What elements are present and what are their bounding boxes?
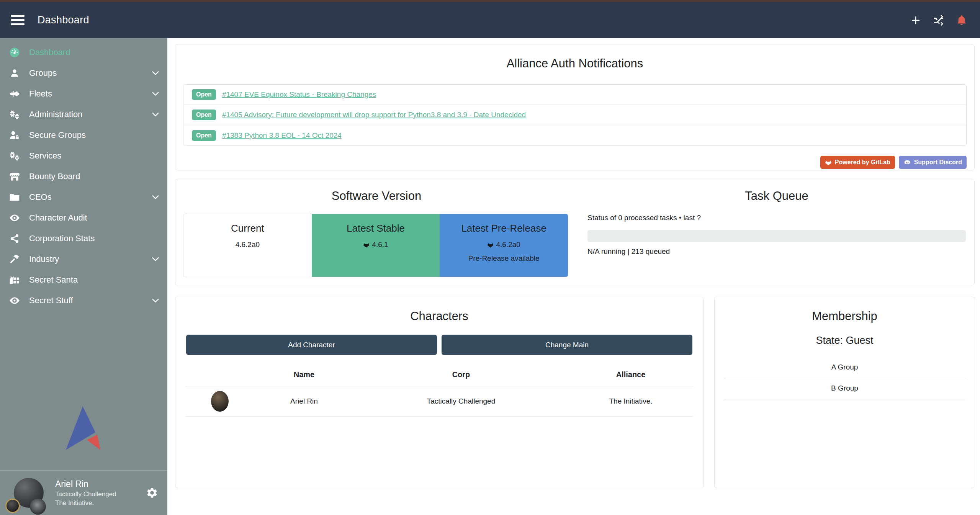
add-character-button[interactable]: Add Character — [186, 335, 437, 355]
sidebar-item-label: Dashboard — [29, 47, 70, 57]
notifications-title: Alliance Auth Notifications — [183, 57, 967, 70]
sidebar-item-groups[interactable]: Groups — [0, 63, 167, 83]
notification-link[interactable]: #1383 Python 3.8 EOL - 14 Oct 2024 — [222, 131, 342, 140]
sidebar-item-corporation-stats[interactable]: Corporation Stats — [0, 228, 167, 249]
notification-row: Open #1383 Python 3.8 EOL - 14 Oct 2024 — [183, 125, 966, 146]
user-alliance: The Initiative. — [55, 499, 116, 508]
user-icon — [0, 68, 29, 78]
col-portrait — [185, 365, 254, 386]
sidebar-item-services[interactable]: Services — [0, 146, 167, 166]
col-name: Name — [254, 365, 354, 386]
gifts-icon — [0, 275, 29, 285]
sidebar-item-secret-stuff[interactable]: Secret Stuff — [0, 290, 167, 311]
support-discord-badge[interactable]: Support Discord — [899, 156, 967, 169]
settings-gear-icon[interactable] — [146, 487, 158, 499]
sidebar-item-label: Character Audit — [29, 213, 87, 223]
sidebar-item-label: Fleets — [29, 89, 52, 99]
user-name: Ariel Rin — [55, 478, 116, 490]
sidebar-item-industry[interactable]: Industry — [0, 249, 167, 270]
sidebar-item-label: Groups — [29, 68, 57, 78]
software-version-section: Software Version Current 4.6.2a0 Latest … — [183, 186, 570, 278]
notifications-panel: Alliance Auth Notifications Open #1407 E… — [175, 44, 975, 170]
powered-by-gitlab-badge[interactable]: Powered by GitLab — [820, 156, 895, 169]
table-row: Ariel Rin Tactically Challenged The Init… — [185, 386, 693, 417]
footer-badges: Powered by GitLab Support Discord — [183, 156, 967, 169]
sidebar-item-fleets[interactable]: Fleets — [0, 83, 167, 104]
main-content: Alliance Auth Notifications Open #1407 E… — [167, 38, 980, 515]
chevron-down-icon — [151, 193, 160, 201]
version-current: Current 4.6.2a0 — [183, 214, 312, 277]
sidebar: Dashboard Groups — [0, 38, 167, 515]
software-version-panel: Software Version Current 4.6.2a0 Latest … — [175, 179, 975, 285]
menu-icon[interactable] — [11, 13, 26, 28]
gitlab-icon — [825, 159, 832, 166]
user-lock-icon — [0, 130, 29, 141]
membership-state: State: Guest — [724, 335, 965, 347]
alliance-auth-logo — [0, 404, 167, 452]
user-corp: Tactically Challenged — [55, 490, 116, 499]
cell-name: Ariel Rin — [254, 386, 354, 417]
page-title: Dashboard — [38, 14, 89, 26]
chevron-down-icon — [151, 69, 160, 77]
sidebar-item-secret-santa[interactable]: Secret Santa — [0, 270, 167, 290]
software-version-title: Software Version — [183, 189, 570, 203]
navbar: Dashboard — [0, 2, 980, 38]
store-icon — [0, 171, 29, 182]
cell-alliance: The Initiative. — [568, 386, 693, 417]
membership-title: Membership — [724, 309, 965, 323]
sidebar-item-label: Bounty Board — [29, 172, 80, 181]
sidebar-item-secure-groups[interactable]: Secure Groups — [0, 125, 167, 146]
hammer-icon — [0, 254, 29, 265]
membership-panel: Membership State: Guest A Group B Group — [714, 297, 975, 488]
eye-icon — [0, 212, 29, 224]
sidebar-item-label: Secure Groups — [29, 130, 86, 140]
notification-link[interactable]: #1407 EVE Equinox Status - Breaking Chan… — [222, 90, 376, 99]
list-item: A Group — [724, 357, 965, 378]
characters-panel: Characters Add Character Change Main Nam… — [175, 297, 704, 488]
col-alliance: Alliance — [568, 365, 693, 386]
gitlab-icon — [363, 242, 370, 248]
sidebar-item-administration[interactable]: Administration — [0, 104, 167, 125]
sidebar-item-bounty-board[interactable]: Bounty Board — [0, 166, 167, 187]
change-main-button[interactable]: Change Main — [442, 335, 692, 355]
dashboard-icon — [0, 47, 29, 58]
alliance-logo-badge — [30, 499, 46, 515]
folder-icon — [0, 192, 29, 203]
navbar-icons — [910, 14, 968, 26]
shuffle-icon[interactable] — [933, 14, 945, 26]
sidebar-item-label: Secret Stuff — [29, 296, 73, 306]
notification-link[interactable]: #1405 Advisory: Future development will … — [222, 111, 526, 119]
chevron-down-icon — [151, 296, 160, 305]
corp-logo-badge — [5, 499, 20, 513]
notification-row: Open #1405 Advisory: Future development … — [183, 105, 966, 125]
plus-icon[interactable] — [910, 14, 922, 26]
characters-table: Name Corp Alliance Ariel Rin Tactically … — [185, 365, 693, 417]
user-panel: Ariel Rin Tactically Challenged The Init… — [0, 470, 167, 515]
task-queue-section: Task Queue Status of 0 processed tasks •… — [570, 186, 967, 278]
bell-icon[interactable] — [955, 14, 968, 26]
task-queue-status: Status of 0 processed tasks • last ? — [587, 214, 966, 222]
chevron-down-icon — [151, 110, 160, 119]
sidebar-item-label: Corporation Stats — [29, 234, 95, 244]
sidebar-item-label: Industry — [29, 254, 59, 264]
status-badge: Open — [192, 89, 216, 100]
version-latest-stable: Latest Stable 4.6.1 — [312, 214, 440, 277]
sidebar-item-character-audit[interactable]: Character Audit — [0, 208, 167, 228]
sidebar-item-label: Services — [29, 151, 61, 161]
chevron-down-icon — [151, 255, 160, 263]
chevron-down-icon — [151, 90, 160, 98]
col-corp: Corp — [354, 365, 568, 386]
jet-icon — [0, 88, 29, 99]
character-portrait — [211, 391, 229, 412]
gears-icon — [0, 109, 29, 120]
task-queue-counts: N/A running | 213 queued — [587, 247, 966, 256]
gitlab-icon — [487, 242, 494, 248]
user-avatar — [14, 478, 44, 508]
sidebar-item-label: Administration — [29, 110, 82, 119]
sidebar-item-label: CEOs — [29, 192, 52, 202]
sidebar-item-ceos[interactable]: CEOs — [0, 187, 167, 208]
eye-icon — [0, 295, 29, 306]
cell-corp: Tactically Challenged — [354, 386, 568, 417]
share-icon — [0, 234, 29, 244]
sidebar-item-dashboard[interactable]: Dashboard — [0, 42, 167, 63]
